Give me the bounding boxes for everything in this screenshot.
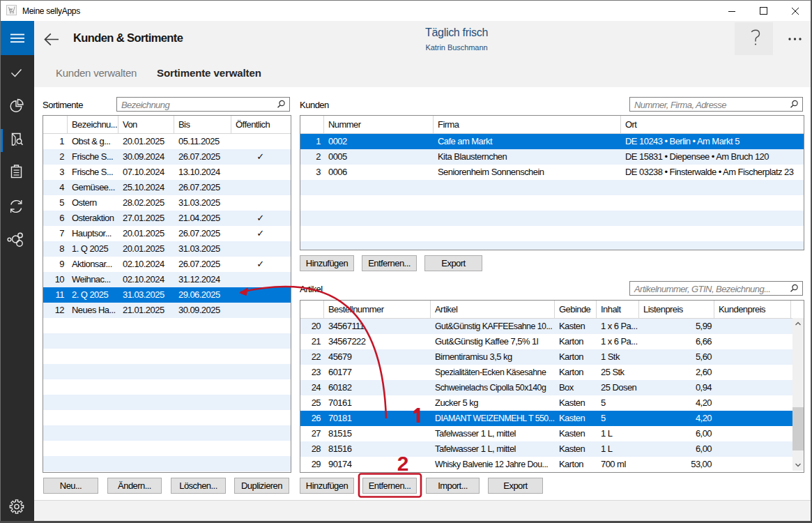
svg-text:2: 2 [397,452,409,475]
